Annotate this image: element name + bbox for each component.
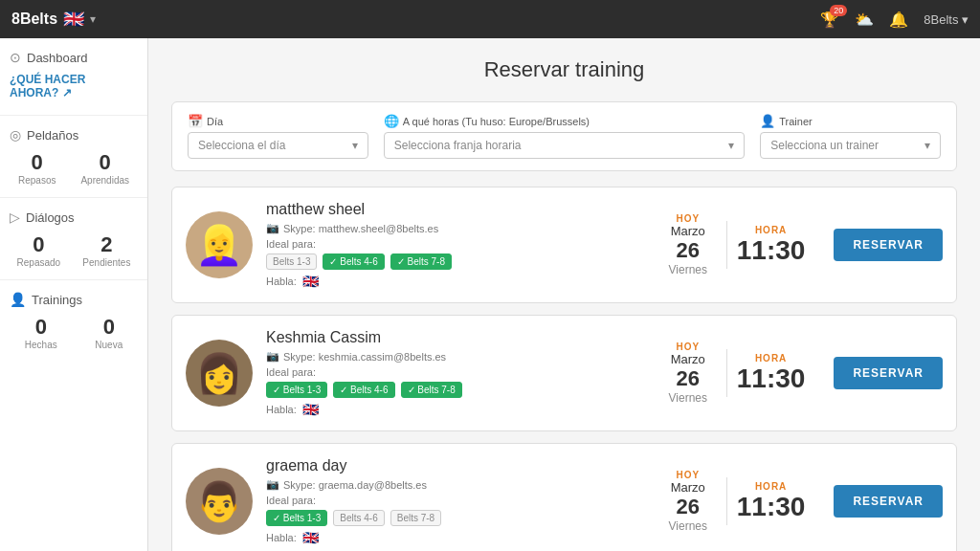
dialogos-icon: ▷ bbox=[10, 209, 20, 225]
schedule-time: HORA 11:30 bbox=[737, 481, 806, 522]
trainer-filter-group: 👤 Trainer Selecciona un trainer ▾ bbox=[760, 114, 941, 159]
habla-flag: 🇬🇧 bbox=[302, 274, 319, 289]
belt-chip: ✓ Belts 4-6 bbox=[323, 253, 384, 270]
avatar-emoji: 👱‍♀️ bbox=[195, 223, 243, 268]
schedule-day: 26 bbox=[659, 366, 717, 391]
peldanos-title: ◎ Peldaños bbox=[10, 127, 138, 143]
habla-row: Habla: 🇬🇧 bbox=[266, 530, 646, 545]
dashboard-label: Dashboard bbox=[27, 51, 88, 65]
schedule-time: HORA 11:30 bbox=[737, 225, 806, 266]
que-hacer-button[interactable]: ¿QUÉ HACERAHORA? ↗ bbox=[10, 73, 138, 99]
aprendidas-num: 0 bbox=[80, 150, 129, 175]
dia-select[interactable]: Selecciona el día ▾ bbox=[188, 132, 368, 159]
aprendidas-label: Aprendidas bbox=[80, 175, 129, 186]
time-value: 11:30 bbox=[737, 235, 806, 266]
trainer-avatar: 👱‍♀️ bbox=[186, 211, 253, 278]
dia-filter-group: 📅 Día Selecciona el día ▾ bbox=[188, 114, 368, 159]
dia-chevron-icon: ▾ bbox=[352, 139, 358, 152]
weather-icon: ⛅ bbox=[855, 11, 874, 28]
habla-label: Habla: bbox=[266, 276, 297, 287]
schedule-divider bbox=[726, 349, 727, 397]
time-value: 11:30 bbox=[737, 364, 806, 394]
belts-row: ✓ Belts 1-3✓ Belts 4-6✓ Belts 7-8 bbox=[266, 382, 646, 398]
bell-icon-wrap[interactable]: 🔔 bbox=[889, 11, 908, 29]
schedule-weekday: Viernes bbox=[659, 263, 717, 276]
peldanos-label: Peldaños bbox=[27, 128, 78, 143]
trainer-schedule: HOY Marzo 26 Viernes HORA 11:30 bbox=[659, 470, 806, 533]
avatar-emoji: 👩 bbox=[195, 351, 243, 396]
habla-flag: 🇬🇧 bbox=[302, 402, 319, 417]
aprendidas-stat: 0 Aprendidas bbox=[80, 150, 129, 186]
brand-name: 8Belts bbox=[11, 11, 57, 28]
calendar-icon: 📅 bbox=[188, 114, 203, 128]
trainer-ideal-label: Ideal para: bbox=[266, 238, 646, 250]
hechas-num: 0 bbox=[25, 315, 57, 340]
avatar-emoji: 👨 bbox=[195, 479, 243, 524]
skype-icon: 📷 bbox=[266, 478, 279, 491]
schedule-month: Marzo bbox=[659, 480, 717, 495]
trainer-avatar: 👩 bbox=[186, 340, 253, 407]
repasos-num: 0 bbox=[18, 150, 56, 175]
clock-globe-icon: 🌐 bbox=[384, 114, 399, 128]
hechas-label: Hechas bbox=[25, 340, 57, 350]
sidebar-section-trainings: 👤 Trainings 0 Hechas 0 Nueva bbox=[0, 280, 147, 362]
habla-row: Habla: 🇬🇧 bbox=[266, 402, 646, 417]
hora-select[interactable]: Selecciona franja horaria ▾ bbox=[384, 132, 746, 159]
schedule-day: 26 bbox=[659, 495, 717, 519]
belt-chip: Belts 7-8 bbox=[390, 510, 441, 526]
sidebar-section-dashboard: ⊙ Dashboard ¿QUÉ HACERAHORA? ↗ bbox=[0, 38, 147, 116]
belt-chip: ✓ Belts 1-3 bbox=[266, 510, 327, 526]
skype-icon: 📷 bbox=[266, 222, 279, 234]
repasado-label: Repasado bbox=[17, 257, 61, 268]
filter-bar: 📅 Día Selecciona el día ▾ 🌐 A qué horas … bbox=[171, 101, 957, 171]
belts-row: Belts 1-3✓ Belts 4-6✓ Belts 7-8 bbox=[266, 253, 646, 270]
trainer-card-matthew: 👱‍♀️ matthew sheel 📷 Skype: matthew.shee… bbox=[171, 187, 957, 303]
hoy-label: HOY bbox=[659, 470, 717, 480]
pendientes-stat: 2 Pendientes bbox=[82, 232, 130, 268]
chevron-down-icon[interactable]: ▾ bbox=[90, 12, 96, 26]
trainer-label: 👤 Trainer bbox=[760, 114, 941, 128]
trainings-icon: 👤 bbox=[10, 292, 26, 307]
que-hacer-label: ¿QUÉ HACERAHORA? ↗ bbox=[10, 73, 85, 99]
dialogos-label: Diálogos bbox=[26, 210, 75, 225]
dashboard-title: ⊙ Dashboard bbox=[10, 50, 138, 65]
trainings-stats: 0 Hechas 0 Nueva bbox=[10, 315, 138, 350]
trophy-icon-wrap[interactable]: 🏆 20 bbox=[820, 11, 839, 29]
schedule-date: HOY Marzo 26 Viernes bbox=[659, 213, 717, 276]
hoy-label: HOY bbox=[659, 342, 717, 352]
schedule-divider bbox=[726, 477, 727, 525]
belt-chip: Belts 4-6 bbox=[333, 510, 384, 526]
habla-row: Habla: 🇬🇧 bbox=[266, 274, 646, 289]
nav-right: 🏆 20 ⛅ 🔔 8Belts ▾ bbox=[820, 11, 969, 29]
peldanos-icon: ◎ bbox=[10, 127, 21, 143]
top-navigation: 8Belts 🇬🇧 ▾ 🏆 20 ⛅ 🔔 8Belts ▾ bbox=[0, 0, 980, 38]
hora-chevron-icon: ▾ bbox=[728, 139, 734, 152]
hoy-label: HOY bbox=[659, 213, 717, 224]
trainer-ideal-label: Ideal para: bbox=[266, 366, 646, 378]
belt-chip: ✓ Belts 7-8 bbox=[390, 253, 452, 270]
habla-flag: 🇬🇧 bbox=[302, 530, 319, 545]
pendientes-label: Pendientes bbox=[82, 257, 130, 268]
weather-icon-wrap[interactable]: ⛅ bbox=[855, 11, 874, 29]
trainer-select[interactable]: Selecciona un trainer ▾ bbox=[760, 132, 941, 159]
reservar-button[interactable]: RESERVAR bbox=[834, 357, 943, 389]
belt-chip: ✓ Belts 1-3 bbox=[266, 382, 327, 398]
belts-row: ✓ Belts 1-3Belts 4-6Belts 7-8 bbox=[266, 510, 646, 526]
hechas-stat: 0 Hechas bbox=[25, 315, 57, 350]
trainings-label: Trainings bbox=[32, 293, 82, 307]
dialogos-title: ▷ Diálogos bbox=[10, 209, 138, 225]
trainer-ideal-label: Ideal para: bbox=[266, 495, 646, 506]
dashboard-icon: ⊙ bbox=[10, 50, 21, 65]
trainer-skype: 📷 Skype: graema.day@8belts.es bbox=[266, 478, 646, 491]
page-title: Reservar training bbox=[171, 57, 957, 82]
schedule-weekday: Viernes bbox=[659, 519, 717, 533]
trainer-schedule: HOY Marzo 26 Viernes HORA 11:30 bbox=[659, 342, 806, 405]
trainer-card-graema: 👨 graema day 📷 Skype: graema.day@8belts.… bbox=[171, 443, 957, 551]
hora-label-badge: HORA bbox=[737, 481, 806, 492]
schedule-day: 26 bbox=[659, 238, 717, 263]
reservar-button[interactable]: RESERVAR bbox=[834, 229, 943, 261]
trainer-name: matthew sheel bbox=[266, 201, 646, 218]
reservar-button[interactable]: RESERVAR bbox=[834, 485, 943, 518]
nav-brand-button[interactable]: 8Belts ▾ bbox=[924, 12, 969, 27]
schedule-divider bbox=[726, 221, 727, 269]
